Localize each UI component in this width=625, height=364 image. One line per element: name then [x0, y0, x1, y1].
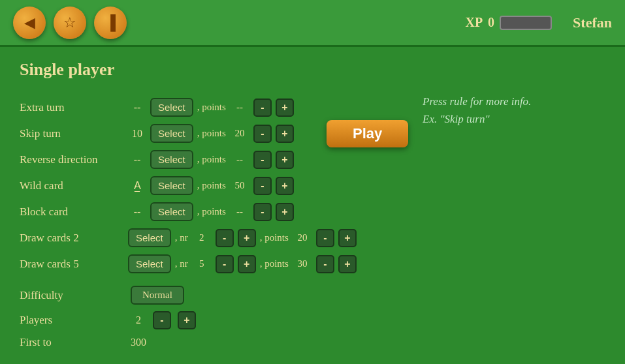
main-content: Single player Play Extra turn -- Select … — [0, 47, 625, 364]
play-button[interactable]: Play — [327, 120, 408, 147]
extra-turn-value: -- — [128, 102, 146, 114]
info-line2: Ex. "Skip turn" — [423, 113, 490, 125]
extra-turn-points-value: -- — [230, 102, 249, 113]
difficulty-value: Normal — [131, 286, 184, 305]
xp-bar — [500, 16, 552, 30]
difficulty-row: Difficulty Normal — [20, 284, 403, 307]
draw2-nr-plus[interactable]: + — [238, 229, 256, 247]
block-select[interactable]: Select — [150, 202, 193, 221]
skip-turn-minus[interactable]: - — [253, 125, 272, 143]
reverse-points-label: , points — [197, 154, 226, 165]
draw2-points-value: 20 — [293, 232, 312, 243]
xp-value: 0 — [488, 15, 494, 30]
reverse-label: Reverse direction — [20, 153, 124, 166]
extra-turn-label: Extra turn — [20, 101, 124, 114]
draw5-pts-minus[interactable]: - — [316, 255, 334, 273]
header: ◀ ☆ ▐ XP 0 Stefan — [0, 0, 625, 47]
difficulty-label: Difficulty — [20, 289, 124, 302]
players-plus[interactable]: + — [178, 311, 196, 329]
players-value: 2 — [131, 314, 146, 326]
draw5-nr-value: 5 — [192, 258, 212, 269]
reverse-value: -- — [128, 154, 146, 166]
rule-row-reverse: Reverse direction -- Select , points -- … — [20, 149, 403, 171]
block-points-value: -- — [230, 206, 249, 217]
draw5-pts-plus[interactable]: + — [338, 255, 357, 273]
chart-button[interactable]: ▐ — [94, 7, 127, 39]
xp-section: XP 0 — [465, 15, 552, 30]
first-to-row: First to 300 — [20, 334, 403, 351]
draw2-pts-minus[interactable]: - — [316, 229, 334, 247]
draw5-points-value: 30 — [293, 258, 312, 269]
draw2-select[interactable]: Select — [128, 228, 171, 247]
reverse-plus[interactable]: + — [276, 151, 294, 169]
extra-turn-points-label: , points — [197, 102, 226, 113]
wild-label: Wild card — [20, 179, 124, 192]
wild-plus[interactable]: + — [276, 177, 294, 195]
medal-button[interactable]: ☆ — [54, 7, 86, 39]
reverse-select[interactable]: Select — [150, 150, 193, 169]
title-row: Single player Play — [20, 60, 403, 89]
back-button[interactable]: ◀ — [13, 7, 46, 39]
draw2-nr-label: , nr — [175, 232, 188, 243]
block-minus[interactable]: - — [253, 203, 272, 221]
wild-select[interactable]: Select — [150, 176, 193, 195]
block-points-label: , points — [197, 206, 226, 217]
reverse-points-value: -- — [230, 154, 249, 165]
rule-row-extra-turn: Extra turn -- Select , points -- - + — [20, 97, 403, 119]
players-row: Players 2 - + — [20, 309, 403, 331]
info-line1: Press rule for more info. — [423, 95, 531, 108]
skip-turn-plus[interactable]: + — [276, 125, 294, 143]
skip-turn-points-label: , points — [197, 128, 226, 139]
draw5-points-label: , points — [260, 258, 289, 269]
rule-row-draw2: Draw cards 2 Select , nr 2 - + , points … — [20, 227, 403, 249]
wild-points-value: 50 — [230, 180, 249, 191]
players-minus[interactable]: - — [153, 311, 171, 329]
draw5-label: Draw cards 5 — [20, 258, 124, 271]
right-panel: Press rule for more info. Ex. "Skip turn… — [423, 60, 605, 351]
first-to-value: 300 — [131, 337, 146, 348]
wild-points-label: , points — [197, 180, 226, 191]
username: Stefan — [573, 14, 612, 31]
wild-minus[interactable]: - — [253, 177, 272, 195]
draw2-label: Draw cards 2 — [20, 232, 124, 245]
left-panel: Single player Play Extra turn -- Select … — [20, 60, 403, 351]
block-value: -- — [128, 206, 146, 218]
players-label: Players — [20, 314, 124, 327]
extra-turn-minus[interactable]: - — [253, 99, 272, 117]
skip-turn-select[interactable]: Select — [150, 124, 193, 143]
block-plus[interactable]: + — [276, 203, 294, 221]
draw5-select[interactable]: Select — [128, 254, 171, 273]
draw2-nr-minus[interactable]: - — [216, 229, 234, 247]
page-title: Single player — [20, 60, 114, 80]
draw5-nr-plus[interactable]: + — [238, 255, 256, 273]
reverse-minus[interactable]: - — [253, 151, 272, 169]
info-text: Press rule for more info. Ex. "Skip turn… — [423, 93, 605, 128]
extra-turn-select[interactable]: Select — [150, 98, 193, 117]
rule-row-wild: Wild card A̲ Select , points 50 - + — [20, 175, 403, 197]
rule-row-block: Block card -- Select , points -- - + — [20, 201, 403, 223]
draw5-nr-label: , nr — [175, 258, 188, 269]
skip-turn-label: Skip turn — [20, 127, 124, 140]
block-label: Block card — [20, 205, 124, 219]
draw2-points-label: , points — [260, 232, 289, 243]
draw2-pts-plus[interactable]: + — [338, 229, 357, 247]
first-to-label: First to — [20, 336, 124, 349]
skip-turn-points-value: 20 — [230, 128, 249, 139]
draw5-nr-minus[interactable]: - — [216, 255, 234, 273]
draw2-nr-value: 2 — [192, 232, 212, 243]
extra-turn-plus[interactable]: + — [276, 99, 294, 117]
wild-value: A̲ — [128, 179, 146, 192]
skip-turn-value: 10 — [128, 128, 146, 140]
rule-row-draw5: Draw cards 5 Select , nr 5 - + , points … — [20, 253, 403, 275]
xp-label: XP — [465, 15, 483, 30]
